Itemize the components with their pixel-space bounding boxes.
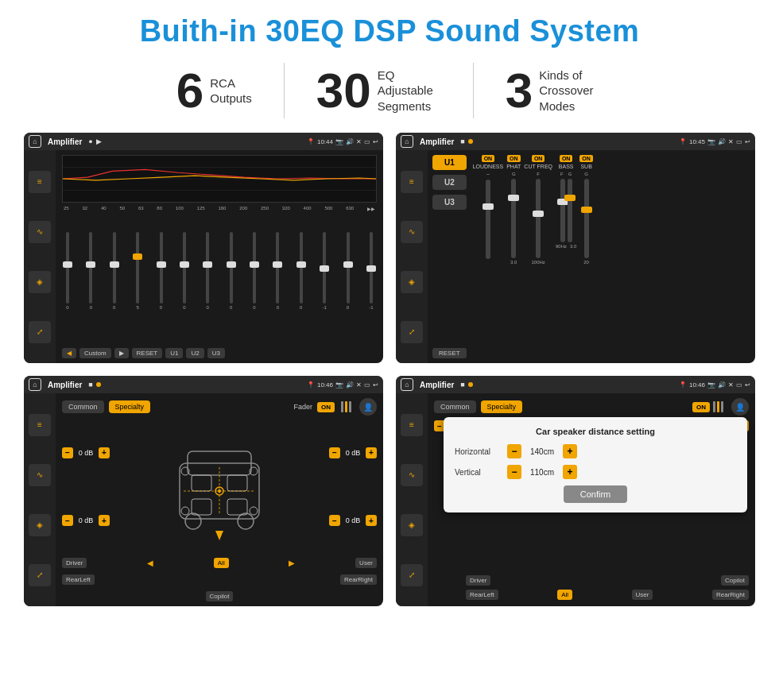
location-icon-3: 📍 [307, 381, 315, 389]
dialog-sidebar-btn-exp[interactable]: ⤢ [401, 564, 423, 586]
fader-plus-br[interactable]: + [366, 515, 377, 526]
eq-slider-col-8[interactable]: 0 [249, 232, 260, 310]
eq-prev-btn[interactable]: ◀ [62, 348, 76, 358]
u-slider-bass-f[interactable] [560, 179, 565, 242]
dialog-user-btn[interactable]: User [632, 590, 653, 600]
u-sidebar-btn-wave[interactable]: ∿ [401, 221, 423, 243]
fader-copilot-btn[interactable]: Copilot [206, 591, 234, 601]
eq-sliders-row: 0 0 0 5 [62, 215, 377, 310]
eq-slider-col-12[interactable]: 0 [343, 232, 354, 310]
fader-minus-tr[interactable]: − [329, 447, 340, 458]
fader-plus-tl[interactable]: + [99, 447, 110, 458]
u-preset-u3[interactable]: U3 [432, 195, 467, 210]
fader-driver-btn[interactable]: Driver [62, 558, 87, 568]
fader-arr-right[interactable]: ▶ [289, 559, 295, 567]
eq-u2-btn[interactable]: U2 [186, 348, 203, 358]
u-slider-bass-g[interactable] [568, 179, 572, 242]
fader-all-btn[interactable]: All [214, 558, 229, 568]
eq-slider-col-11[interactable]: -1 [319, 232, 330, 310]
eq-reset-btn[interactable]: RESET [132, 348, 163, 358]
fader-arr-left[interactable]: ◀ [147, 559, 153, 567]
eq-u3-btn[interactable]: U3 [207, 348, 225, 358]
fader-sidebar-btn-exp[interactable]: ⤢ [29, 564, 51, 586]
eq-sidebar-btn-expand[interactable]: ⤢ [29, 321, 51, 343]
u-slider-sub[interactable] [584, 179, 589, 258]
fader-rearleft-btn[interactable]: RearLeft [62, 574, 95, 585]
back-icon-1[interactable]: ↩ [373, 138, 378, 145]
eq-slider-col-2[interactable]: 0 [109, 232, 120, 310]
fader-plus-tr[interactable]: + [366, 447, 377, 458]
dialog-rearright-btn[interactable]: RearRight [712, 590, 749, 600]
fader-sidebar-btn-wave[interactable]: ∿ [29, 464, 51, 486]
u-on-cutfreq[interactable]: ON [532, 155, 545, 162]
eq-slider-col-10[interactable]: 0 [296, 232, 307, 310]
back-icon-3[interactable]: ↩ [373, 381, 378, 389]
home-icon-4[interactable]: ⌂ [401, 378, 413, 391]
u-on-loudness[interactable]: ON [482, 155, 495, 162]
dialog-profile-icon[interactable]: 👤 [731, 398, 749, 416]
eq-sidebar-btn-waveform[interactable]: ∿ [29, 221, 51, 243]
dialog-sidebar-btn-wave[interactable]: ∿ [401, 464, 423, 486]
eq-slider-col-7[interactable]: 0 [226, 232, 237, 310]
u-sidebar-btn-spk[interactable]: ◈ [401, 271, 423, 293]
eq-sidebar-btn-speaker[interactable]: ◈ [29, 271, 51, 293]
home-icon-2[interactable]: ⌂ [401, 135, 413, 148]
eq-slider-col-5[interactable]: 0 [179, 232, 190, 310]
eq-slider-col-1[interactable]: 0 [85, 232, 96, 310]
u-on-sub[interactable]: ON [579, 155, 593, 162]
fader-tab-common[interactable]: Common [62, 400, 104, 413]
fader-user-btn[interactable]: User [355, 558, 377, 568]
home-icon-3[interactable]: ⌂ [29, 378, 41, 391]
dialog-tab-specialty[interactable]: Specialty [481, 400, 523, 413]
dialog-driver-btn[interactable]: Driver [466, 575, 490, 586]
fader-minus-br[interactable]: − [329, 515, 340, 526]
back-icon-2[interactable]: ↩ [745, 138, 750, 145]
u-sidebar-btn-exp[interactable]: ⤢ [401, 321, 423, 343]
dialog-on-btn[interactable]: ON [692, 402, 710, 412]
fader-sidebar-btn-spk[interactable]: ◈ [29, 514, 51, 536]
fader-on-btn[interactable]: ON [317, 402, 335, 412]
status-icons-2: 📍 10:45 📷 🔊 ✕ ▭ ↩ [679, 138, 750, 145]
u-slider-phat[interactable] [511, 179, 516, 258]
dialog-vertical-plus[interactable]: + [563, 465, 577, 479]
fader-val-bl: 0 dB [75, 516, 97, 524]
u-preset-u2[interactable]: U2 [432, 175, 467, 190]
fader-minus-tl[interactable]: − [62, 447, 73, 458]
home-icon-1[interactable]: ⌂ [29, 135, 41, 148]
u-on-phat[interactable]: ON [507, 155, 521, 162]
dialog-tab-common[interactable]: Common [434, 400, 476, 413]
u-on-bass[interactable]: ON [560, 155, 573, 162]
eq-next-btn[interactable]: ▶ [114, 348, 129, 358]
dialog-sidebar-btn-eq[interactable]: ≡ [401, 414, 423, 436]
eq-slider-col-4[interactable]: 0 [156, 232, 167, 310]
u-sidebar-btn-eq[interactable]: ≡ [401, 171, 423, 193]
fader-minus-bl[interactable]: − [62, 515, 73, 526]
confirm-button[interactable]: Confirm [564, 485, 627, 503]
dialog-copilot-btn[interactable]: Copilot [721, 575, 749, 586]
u-slider-cutfreq[interactable] [536, 179, 541, 258]
u-reset-btn[interactable]: RESET [432, 348, 467, 358]
dialog-horizontal-minus[interactable]: − [507, 444, 521, 458]
u-slider-loudness[interactable] [486, 180, 490, 259]
eq-slider-col-3[interactable]: 5 [132, 232, 143, 310]
eq-slider-col-6[interactable]: 0 [202, 232, 213, 310]
fader-sidebar-btn-eq[interactable]: ≡ [29, 414, 51, 436]
dot-indicator-4 [468, 382, 473, 387]
dialog-horizontal-plus[interactable]: + [563, 444, 577, 458]
back-icon-4[interactable]: ↩ [745, 381, 750, 389]
dialog-sidebar-btn-spk[interactable]: ◈ [401, 514, 423, 536]
eq-slider-col-0[interactable]: 0 [62, 232, 73, 310]
eq-slider-col-9[interactable]: 0 [272, 232, 283, 310]
dialog-all-btn[interactable]: All [557, 590, 572, 600]
fader-profile-icon[interactable]: 👤 [359, 398, 377, 416]
dialog-rearleft-btn[interactable]: RearLeft [466, 590, 498, 600]
fader-bottom-labels: Driver ◀ All ▶ User [62, 558, 377, 568]
fader-rearright-btn[interactable]: RearRight [340, 574, 377, 585]
fader-plus-bl[interactable]: + [99, 515, 110, 526]
fader-tab-specialty[interactable]: Specialty [109, 400, 151, 413]
dialog-vertical-minus[interactable]: − [507, 465, 521, 479]
eq-u1-btn[interactable]: U1 [165, 348, 183, 358]
u-preset-u1[interactable]: U1 [432, 155, 467, 170]
eq-sidebar-btn-equalizer[interactable]: ≡ [29, 171, 51, 193]
eq-slider-col-13[interactable]: -1 [366, 232, 377, 310]
